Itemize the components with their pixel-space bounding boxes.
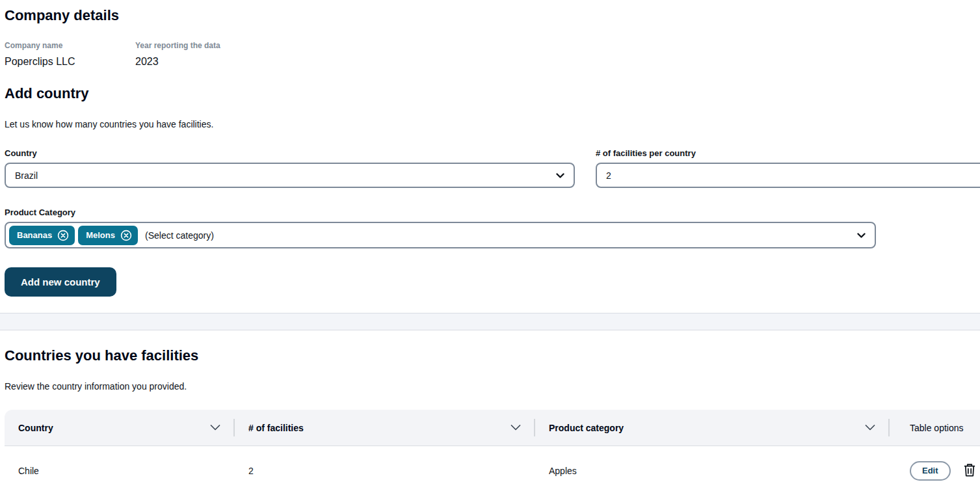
product-category-placeholder: (Select category) <box>145 230 214 241</box>
countries-table: Country # of facilities Product category <box>5 410 980 493</box>
country-form-row: Country Brazil # of facilities per count… <box>5 148 980 188</box>
page: Company details Company name Poperclips … <box>0 0 980 493</box>
reporting-year-label: Year reporting the data <box>135 41 266 51</box>
column-header-product-category-label: Product category <box>549 423 624 433</box>
product-category-label: Product Category <box>5 207 980 218</box>
column-header-country: Country <box>5 410 235 446</box>
token-bananas: Bananas <box>9 226 75 245</box>
column-header-facilities-label: # of facilities <box>248 423 304 433</box>
page-title: Company details <box>5 0 980 25</box>
cell-country: Chile <box>5 466 235 476</box>
trash-icon <box>962 462 977 479</box>
token-melons-label: Melons <box>86 230 115 240</box>
product-category-multiselect[interactable]: Bananas Melons (Select category) <box>5 222 876 248</box>
column-header-facilities: # of facilities <box>235 410 535 446</box>
chevron-down-icon[interactable] <box>865 425 875 431</box>
country-select[interactable]: Brazil <box>5 163 575 188</box>
country-label: Country <box>5 148 575 159</box>
cell-product-category: Apples <box>535 466 890 476</box>
add-country-description: Let us know how many countries you have … <box>5 118 980 130</box>
facilities-label: # of facilities per country <box>596 148 980 159</box>
chevron-down-icon[interactable] <box>510 425 521 431</box>
company-details-key-values: Company name Poperclips LLC Year reporti… <box>5 41 980 68</box>
section-divider-band <box>0 313 980 330</box>
delete-row-button[interactable] <box>962 462 977 479</box>
table-row: Chile 2 Apples Edit <box>5 446 980 493</box>
facilities-field: # of facilities per country <box>596 148 980 188</box>
countries-table-title: Countries you have facilities <box>5 346 980 366</box>
country-field: Country Brazil <box>5 148 575 188</box>
table-header-row: Country # of facilities Product category <box>5 410 980 446</box>
token-bananas-label: Bananas <box>17 230 52 240</box>
edit-row-button[interactable]: Edit <box>910 461 951 481</box>
facilities-input[interactable] <box>596 163 980 188</box>
remove-token-icon[interactable] <box>120 230 132 241</box>
add-country-title: Add country <box>5 84 980 103</box>
countries-table-description: Review the country information you provi… <box>5 380 980 392</box>
chevron-down-icon <box>857 233 866 238</box>
cell-facilities: 2 <box>235 466 535 476</box>
column-header-country-label: Country <box>18 423 53 433</box>
column-header-table-options: Table options <box>890 410 980 446</box>
add-new-country-button[interactable]: Add new country <box>5 267 116 297</box>
company-name-value: Poperclips LLC <box>5 55 135 68</box>
reporting-year-field: Year reporting the data 2023 <box>135 41 266 68</box>
remove-token-icon[interactable] <box>57 230 69 241</box>
reporting-year-value: 2023 <box>135 55 266 68</box>
company-name-field: Company name Poperclips LLC <box>5 41 135 68</box>
cell-table-options: Edit <box>890 461 980 481</box>
token-melons: Melons <box>78 226 138 245</box>
company-name-label: Company name <box>5 41 135 51</box>
product-category-field: Product Category Bananas Melons (Select … <box>5 207 980 248</box>
chevron-down-icon <box>556 173 564 178</box>
chevron-down-icon[interactable] <box>210 425 220 431</box>
column-header-table-options-label: Table options <box>910 423 964 433</box>
country-select-value: Brazil <box>15 170 38 181</box>
column-header-product-category: Product category <box>535 410 890 446</box>
